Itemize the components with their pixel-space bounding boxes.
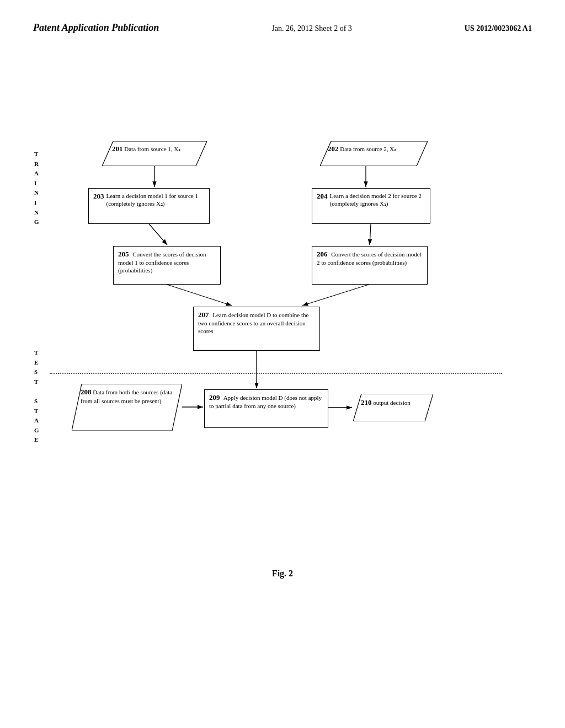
node-204: 204 Learn a decision model 2 for source … bbox=[312, 188, 430, 224]
training-stage-label: TRAINING bbox=[34, 149, 40, 227]
svg-line-8 bbox=[370, 224, 371, 245]
node-210: 210 output decision bbox=[353, 394, 433, 421]
node-205: 205 Convert the scores of decision model… bbox=[113, 246, 221, 285]
node-207: 207 Learn decision model D to combine th… bbox=[193, 307, 320, 351]
node-208: 208 Data from both the sources (data fro… bbox=[72, 384, 182, 431]
node-209: 209 Apply decision model D (does not app… bbox=[204, 389, 328, 428]
arrows-overlay bbox=[0, 56, 565, 552]
node-203: 203 Learn a decision model 1 for source … bbox=[88, 188, 210, 224]
test-stage-label: TESTSTAGE bbox=[34, 348, 40, 445]
node-202: 202 Data from source 2, X₂ bbox=[320, 141, 428, 166]
figure-caption: Fig. 2 bbox=[0, 569, 565, 579]
publication-number: US 2012/0023062 A1 bbox=[465, 24, 532, 33]
publication-title: Patent Application Publication bbox=[33, 22, 159, 34]
svg-line-9 bbox=[167, 285, 232, 306]
node-206: 206 Convert the scores of decision model… bbox=[312, 246, 428, 285]
dotted-separator bbox=[50, 373, 502, 374]
svg-line-7 bbox=[149, 224, 167, 245]
svg-line-10 bbox=[302, 285, 369, 306]
page-header: Patent Application Publication Jan. 26, … bbox=[0, 0, 565, 45]
node-201: 201 Data from source 1, X₁ bbox=[102, 141, 207, 166]
diagram-area: TRAINING 201 Data from source 1, X₁ 202 … bbox=[0, 56, 565, 552]
publication-date-sheet: Jan. 26, 2012 Sheet 2 of 3 bbox=[271, 24, 351, 33]
